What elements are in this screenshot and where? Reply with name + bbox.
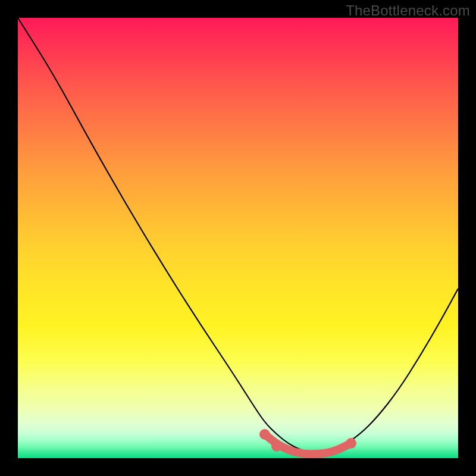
left-curve <box>18 18 314 455</box>
highlight-dot <box>259 429 270 440</box>
highlight-dot <box>271 441 282 452</box>
right-curve <box>314 289 458 455</box>
curve-overlay <box>18 18 458 458</box>
watermark-text: TheBottleneck.com <box>346 2 470 19</box>
highlight-dot <box>346 438 356 449</box>
chart-frame: TheBottleneck.com <box>0 0 476 476</box>
